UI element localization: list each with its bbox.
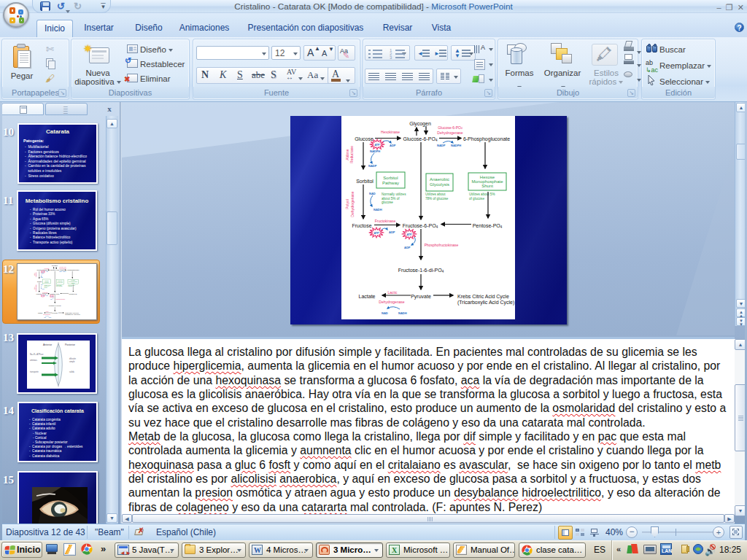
svg-text:Normally utilizes: Normally utilizes (382, 192, 406, 196)
svg-text:ADP: ADP (390, 144, 396, 147)
svg-text:Lactate: Lactate (359, 294, 376, 299)
svg-text:NADP: NADP (368, 164, 377, 168)
svg-text:Sorbitol: Sorbitol (356, 179, 374, 184)
svg-text:6-Phosphogluconate: 6-Phosphogluconate (463, 136, 510, 142)
svg-text:Anterior: Anterior (43, 343, 53, 346)
svg-text:NADH: NADH (398, 311, 407, 315)
svg-text:Phosphofructokinase: Phosphofructokinase (425, 243, 459, 247)
svg-text:Pentose-PO4: Pentose-PO4 (473, 223, 503, 229)
svg-text:Fructose: Fructose (352, 223, 371, 228)
svg-text:simple: simple (69, 360, 75, 363)
svg-text:Dehydrogenase: Dehydrogenase (350, 191, 355, 217)
svg-text:ADP: ADP (389, 230, 395, 234)
svg-text:NADP: NADP (437, 144, 446, 147)
svg-text:NAD: NAD (369, 192, 376, 195)
svg-text:salida: salida (69, 370, 74, 373)
svg-text:Glucose-6-PO4: Glucose-6-PO4 (438, 125, 462, 131)
svg-text:Fructokinase: Fructokinase (375, 219, 396, 223)
svg-text:NADPH: NADPH (370, 149, 380, 153)
svg-text:Glucose-6-PO4: Glucose-6-PO4 (403, 136, 438, 142)
svg-text:Dehydrogenase: Dehydrogenase (437, 131, 463, 135)
svg-text:Utilizes about 5%: Utilizes about 5% (469, 192, 495, 196)
svg-text:Anaerobic: Anaerobic (430, 177, 449, 182)
svg-text:Glycogen: Glycogen (409, 121, 431, 127)
svg-text:Sorbitol: Sorbitol (383, 176, 398, 180)
svg-text:NAD: NAD (382, 311, 388, 315)
svg-text:transporte: transporte (30, 370, 39, 373)
svg-text:Utilizes about: Utilizes about (425, 192, 446, 196)
svg-text:Pathway: Pathway (382, 181, 399, 185)
svg-text:of glucose: of glucose (469, 197, 484, 201)
svg-text:aminoac.: aminoac. (30, 359, 38, 362)
svg-text:Fructose-6-PO4: Fructose-6-PO4 (403, 223, 438, 229)
svg-text:ATP: ATP (407, 233, 413, 236)
svg-text:Shunt: Shunt (481, 184, 493, 188)
svg-text:Lactic: Lactic (387, 290, 398, 295)
svg-text:ATP: ATP (375, 144, 381, 147)
svg-text:ATP: ATP (374, 232, 380, 235)
svg-text:Polyol: Polyol (345, 199, 349, 209)
svg-text:Dehydrogenase: Dehydrogenase (379, 300, 405, 304)
svg-text:ADP: ADP (404, 246, 411, 249)
svg-text:Na+/K+ ATPase: Na+/K+ ATPase (30, 353, 44, 356)
svg-text:about 5% of: about 5% of (382, 197, 400, 201)
svg-text:glucose: glucose (382, 201, 393, 204)
svg-text:Krebs Citric Acid Cycle: Krebs Citric Acid Cycle (457, 294, 509, 300)
svg-text:(Tricarboxylic Acid Cycle): (Tricarboxylic Acid Cycle) (457, 300, 514, 306)
svg-text:Glycolysis: Glycolysis (430, 182, 449, 187)
svg-text:Reductase: Reductase (349, 146, 354, 163)
svg-text:NADH: NADH (374, 208, 382, 211)
svg-text:Pyruvate: Pyruvate (411, 294, 431, 300)
svg-text:78% of glucose: 78% of glucose (425, 197, 449, 201)
svg-text:Hexokinase: Hexokinase (381, 130, 400, 134)
svg-text:Aldose: Aldose (345, 149, 349, 160)
svg-text:Glucose: Glucose (355, 136, 374, 141)
svg-text:NADPH: NADPH (451, 144, 461, 147)
svg-text:Posterior: Posterior (65, 343, 76, 346)
svg-text:difusión: difusión (69, 357, 76, 360)
svg-text:Fructose-1-6-di-PO4: Fructose-1-6-di-PO4 (398, 268, 444, 273)
